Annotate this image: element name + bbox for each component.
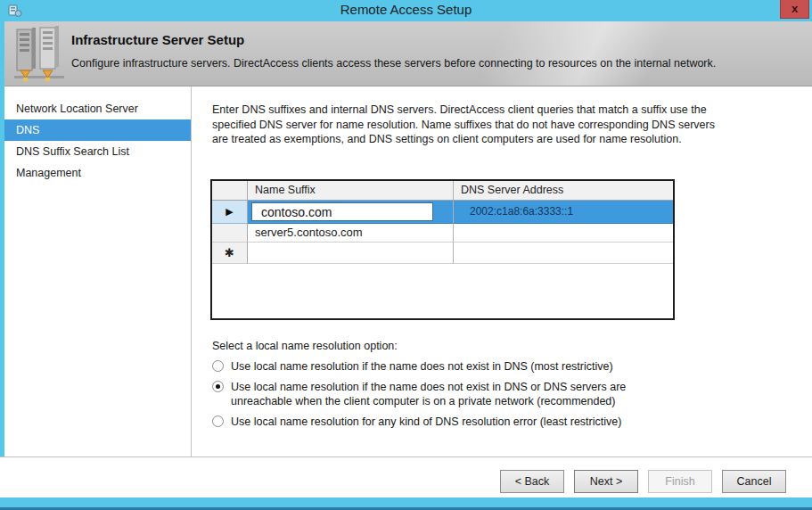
radio-button-selected[interactable] <box>212 381 224 392</box>
infrastructure-servers-icon <box>12 26 66 83</box>
dns-description: Enter DNS suffixes and internal DNS serv… <box>212 103 715 147</box>
radio-option-most-restrictive: Use local name resolution if the name do… <box>212 359 711 374</box>
radio-option-least-restrictive: Use local name resolution for any kind o… <box>212 415 711 429</box>
sidebar-item-network-location-server[interactable]: Network Location Server <box>4 98 191 119</box>
table-header-row: Name Suffix DNS Server Address <box>212 181 673 201</box>
radio-option-label[interactable]: Use local name resolution for any kind o… <box>231 415 621 429</box>
next-button[interactable]: Next > <box>574 470 638 493</box>
table-row-selected: ▶ 2002:c1a8:6a:3333::1 <box>212 201 673 224</box>
radio-button-unselected[interactable] <box>212 360 224 372</box>
sidebar-item-management[interactable]: Management <box>4 162 191 184</box>
name-suffix-cell[interactable]: server5.contoso.com <box>248 224 454 243</box>
sidebar-item-dns-suffix-search-list[interactable]: DNS Suffix Search List <box>4 141 191 162</box>
radio-button-unselected[interactable] <box>212 415 224 427</box>
new-row-indicator-icon: ✱ <box>225 246 234 259</box>
name-suffix-cell[interactable] <box>248 201 454 224</box>
col-header-dns-server-address[interactable]: DNS Server Address <box>454 181 673 200</box>
name-suffix-cell[interactable] <box>248 243 454 264</box>
sidebar-item-dns[interactable]: DNS <box>4 119 191 141</box>
dns-suffix-table: Name Suffix DNS Server Address ▶ 2002:c1… <box>210 179 675 320</box>
header-title: Infrastructure Server Setup <box>71 32 244 47</box>
current-row-arrow-icon: ▶ <box>226 206 233 218</box>
header-description: Configure infrastructure servers. Direct… <box>71 57 716 70</box>
window-titlebar: Remote Access Setup x <box>0 0 812 21</box>
dns-server-address-cell[interactable] <box>454 243 673 264</box>
back-button[interactable]: < Back <box>500 470 564 493</box>
remote-access-setup-window: Remote Access Setup x Infrastructure <box>0 0 812 510</box>
header-sheen <box>0 21 812 86</box>
close-icon: x <box>791 2 798 15</box>
resolution-options: Use local name resolution if the name do… <box>212 359 711 435</box>
finish-button: Finish <box>648 470 712 493</box>
name-suffix-edit-input[interactable] <box>251 202 433 221</box>
window-bottom-border <box>0 498 812 510</box>
col-header-name-suffix[interactable]: Name Suffix <box>248 181 454 200</box>
row-selector-cell[interactable]: ✱ <box>212 243 248 264</box>
resolution-option-label: Select a local name resolution option: <box>212 340 398 352</box>
radio-option-recommended: Use local name resolution if the name do… <box>212 380 711 408</box>
table-row: server5.contoso.com <box>212 224 673 243</box>
dns-server-address-cell[interactable] <box>454 224 673 243</box>
row-selector-header-cell <box>212 181 248 200</box>
wizard-buttons: < Back Next > Finish Cancel <box>500 470 786 493</box>
radio-option-label[interactable]: Use local name resolution if the name do… <box>231 359 613 374</box>
table-new-row: ✱ <box>212 243 673 264</box>
dns-server-address-cell[interactable]: 2002:c1a8:6a:3333::1 <box>454 201 673 224</box>
close-button[interactable]: x <box>780 0 809 19</box>
sidebar: Network Location Server DNS DNS Suffix S… <box>4 86 191 457</box>
table-empty-area <box>212 264 673 318</box>
dns-panel: Enter DNS suffixes and internal DNS serv… <box>192 86 812 457</box>
radio-option-label[interactable]: Use local name resolution if the name do… <box>231 380 669 408</box>
row-selector-cell[interactable]: ▶ <box>212 201 248 224</box>
content-area: Network Location Server DNS DNS Suffix S… <box>4 86 812 457</box>
row-selector-cell[interactable] <box>212 224 248 243</box>
window-title: Remote Access Setup <box>0 2 812 17</box>
wizard-header: Infrastructure Server Setup Configure in… <box>0 21 812 86</box>
wizard-footer: < Back Next > Finish Cancel <box>0 457 812 498</box>
cancel-button[interactable]: Cancel <box>722 470 786 493</box>
